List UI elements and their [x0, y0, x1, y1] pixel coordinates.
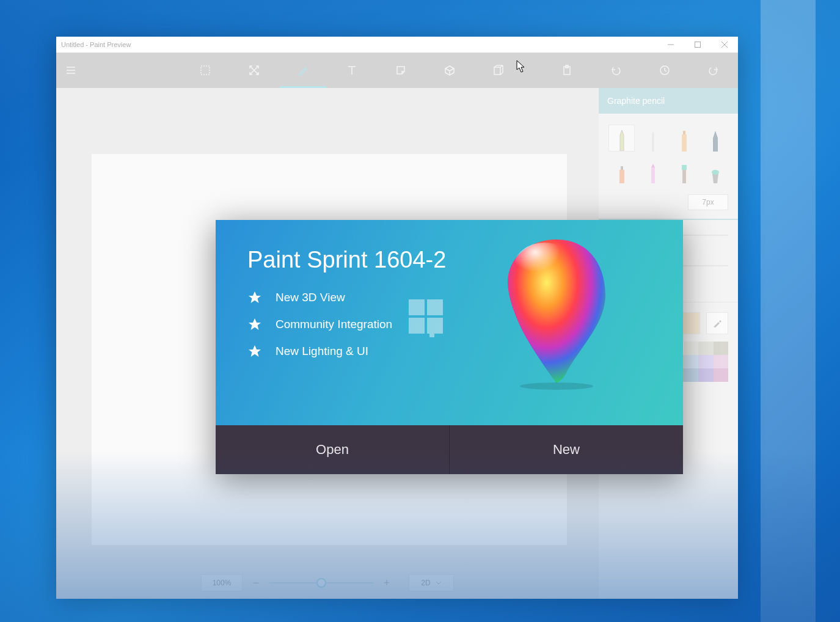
splash-dialog: Paint Sprint 1604-2 New 3D View Communit… [216, 220, 683, 474]
open-button[interactable]: Open [216, 425, 450, 474]
star-icon [247, 317, 262, 332]
zoom-slider[interactable] [269, 574, 373, 591]
zoom-percent[interactable]: 100% [201, 574, 243, 591]
zoom-in-button[interactable]: + [377, 574, 396, 591]
new-button[interactable]: New [450, 425, 683, 474]
paint-logo-icon [499, 233, 615, 392]
cursor-icon [516, 60, 526, 73]
star-icon [247, 344, 262, 359]
view-mode-toggle[interactable]: 2D [409, 574, 454, 591]
svg-point-38 [514, 243, 575, 291]
zoom-out-button[interactable]: − [246, 574, 266, 591]
star-icon [247, 290, 262, 305]
windows-logo-icon [409, 299, 443, 334]
svg-point-39 [520, 382, 593, 390]
